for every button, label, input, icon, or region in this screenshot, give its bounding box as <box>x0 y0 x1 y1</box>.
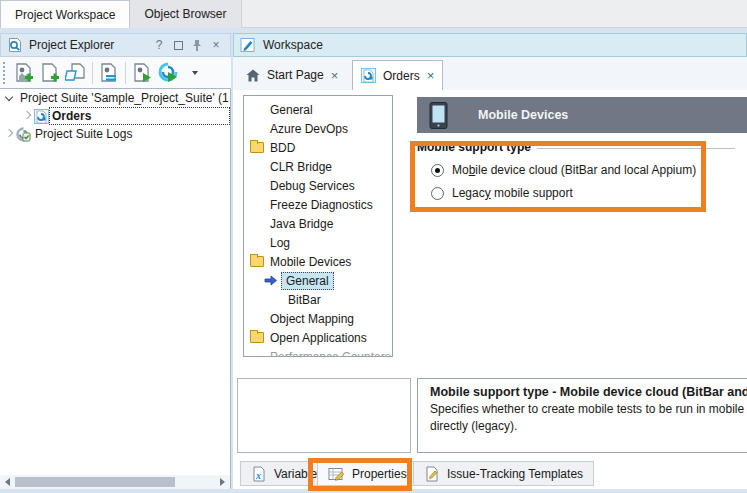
tree-item-selected: Orders <box>49 107 230 125</box>
toolbar-grip[interactable] <box>3 62 7 84</box>
mobile-support-type-group: Mobile support type Mobile device cloud … <box>417 140 735 200</box>
run-project-suite-button[interactable] <box>155 60 181 86</box>
category-log[interactable]: Log <box>244 233 392 252</box>
tab-label: Variables <box>274 467 323 481</box>
tab-properties[interactable]: Properties <box>317 461 418 486</box>
project-explorer-icon <box>7 37 23 53</box>
tab-label: Project Workspace <box>15 8 115 22</box>
folder-icon <box>250 142 264 153</box>
scroll-right-icon[interactable] <box>220 478 225 486</box>
folder-icon <box>250 256 264 267</box>
category-azure-devops[interactable]: Azure DevOps <box>244 119 392 138</box>
category-general[interactable]: General <box>244 100 392 119</box>
tab-start-page[interactable]: Start Page × <box>238 60 346 90</box>
category-mobile-general-selected[interactable]: General <box>244 271 392 290</box>
close-panel-button[interactable]: × <box>208 37 224 53</box>
category-mobile-devices[interactable]: Mobile Devices <box>244 252 392 271</box>
property-description-panel: Mobile support type - Mobile device clou… <box>417 378 747 453</box>
tab-orders[interactable]: Orders × <box>352 60 443 90</box>
radio-selected-icon[interactable] <box>431 164 444 177</box>
category-debug-services[interactable]: Debug Services <box>244 176 392 195</box>
category-label: Object Mapping <box>270 312 354 326</box>
mobile-devices-section-header: Mobile Devices <box>417 97 747 133</box>
category-label: Performance Counters <box>270 350 391 358</box>
tree-item-project-suite-logs[interactable]: Project Suite Logs <box>0 125 230 143</box>
category-open-applications[interactable]: Open Applications <box>244 328 392 347</box>
category-label: CLR Bridge <box>270 160 332 174</box>
radio-unselected-icon[interactable] <box>431 187 444 200</box>
category-freeze-diagnostics[interactable]: Freeze Diagnostics <box>244 195 392 214</box>
category-label: Java Bridge <box>270 217 333 231</box>
radio-mobile-device-cloud[interactable]: Mobile device cloud (BitBar and local Ap… <box>431 163 735 177</box>
tree-item-label: Project Suite Logs <box>35 127 132 141</box>
help-button[interactable]: ? <box>151 37 167 53</box>
orders-properties-page: General Azure DevOps BDD CLR Bridge Debu… <box>233 90 747 489</box>
pin-button[interactable] <box>189 37 205 53</box>
category-label: BitBar <box>288 293 321 307</box>
tab-label: Orders <box>383 69 420 83</box>
add-new-item-button[interactable] <box>37 60 63 86</box>
category-label: Azure DevOps <box>270 122 348 136</box>
project-icon <box>361 68 376 83</box>
category-label: Freeze Diagnostics <box>270 198 373 212</box>
radio-label: Legacy mobile support <box>452 186 573 200</box>
home-icon <box>246 69 260 82</box>
pin-icon <box>191 39 203 52</box>
open-button[interactable] <box>63 60 89 86</box>
maximize-icon <box>174 41 183 50</box>
tab-issue-tracking-templates[interactable]: Issue-Tracking Templates <box>413 461 594 486</box>
radio-label: Mobile device cloud (BitBar and local Ap… <box>452 163 696 177</box>
maximize-button[interactable] <box>170 37 186 53</box>
category-label: Debug Services <box>270 179 355 193</box>
add-new-project-button[interactable] <box>11 60 37 86</box>
run-project-button[interactable] <box>129 60 155 86</box>
run-options-dropdown[interactable] <box>181 60 207 86</box>
tree-item-project-suite[interactable]: Project Suite 'Sample_Project_Suite' (1 … <box>0 89 230 107</box>
application-window: Project Workspace Object Browser Project… <box>0 0 747 493</box>
document-tab-bar: Start Page × Orders × <box>233 57 747 90</box>
group-divider <box>537 148 735 149</box>
variables-icon: x <box>251 466 267 482</box>
radio-legacy-mobile-support[interactable]: Legacy mobile support <box>431 186 735 200</box>
tab-label: Issue-Tracking Templates <box>447 467 583 481</box>
category-java-bridge[interactable]: Java Bridge <box>244 214 392 233</box>
selected-category-label: General <box>281 272 334 290</box>
tree-item-orders[interactable]: Orders <box>0 107 230 125</box>
group-title: Mobile support type <box>417 140 531 154</box>
chevron-collapsed-icon[interactable] <box>23 111 31 119</box>
chevron-expanded-icon[interactable] <box>5 93 13 101</box>
tab-object-browser[interactable]: Object Browser <box>130 0 241 28</box>
workspace-title: Workspace <box>263 38 323 52</box>
scroll-left-icon[interactable] <box>5 478 10 486</box>
description-title: Mobile support type - Mobile device clou… <box>430 385 747 399</box>
mobile-phone-icon <box>429 102 448 129</box>
properties-icon <box>328 466 345 482</box>
tree-horizontal-scrollbar[interactable] <box>0 475 230 489</box>
category-label: Open Applications <box>270 331 367 345</box>
chevron-collapsed-icon[interactable] <box>5 129 13 137</box>
description-text: directly (legacy). <box>430 419 747 433</box>
chevron-down-icon <box>192 71 198 75</box>
auxiliary-empty-panel <box>237 378 411 453</box>
close-tab-icon[interactable]: × <box>331 68 339 83</box>
category-bitbar[interactable]: BitBar <box>244 290 392 309</box>
issue-tracking-icon <box>424 466 440 482</box>
toolbar-separator <box>125 62 126 84</box>
scrollbar-thumb[interactable] <box>15 477 175 487</box>
project-explorer-title: Project Explorer <box>29 38 148 52</box>
category-object-mapping[interactable]: Object Mapping <box>244 309 392 328</box>
current-item-arrow-icon <box>264 275 277 286</box>
project-explorer-toolbar <box>0 57 231 88</box>
add-new-project-icon <box>13 62 35 84</box>
project-icon <box>34 109 49 124</box>
category-label: BDD <box>270 141 295 155</box>
close-tab-icon[interactable]: × <box>427 68 435 83</box>
organize-view-button[interactable] <box>96 60 122 86</box>
logs-icon <box>16 127 31 142</box>
group-title-row: Mobile support type <box>417 140 735 154</box>
tab-project-workspace[interactable]: Project Workspace <box>0 0 130 28</box>
category-clr-bridge[interactable]: CLR Bridge <box>244 157 392 176</box>
category-performance-counters[interactable]: Performance Counters <box>244 347 392 357</box>
project-explorer-header: Project Explorer ? × <box>0 33 231 57</box>
category-bdd[interactable]: BDD <box>244 138 392 157</box>
